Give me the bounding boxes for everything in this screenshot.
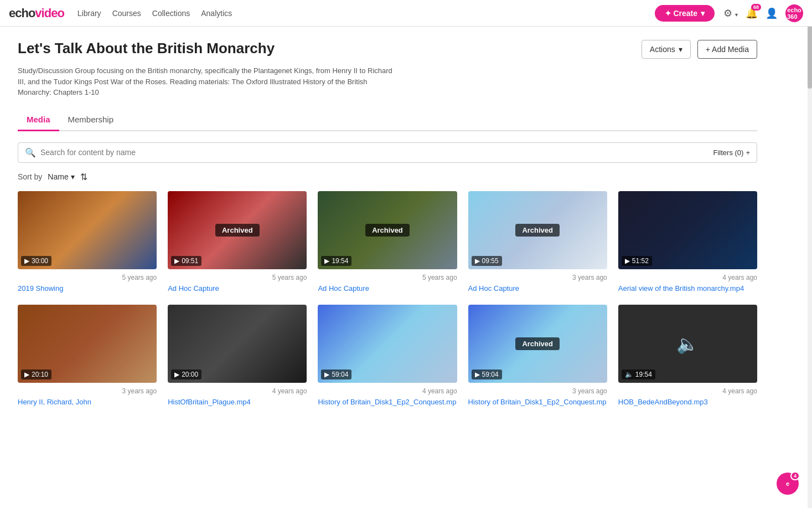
archived-badge: Archived <box>515 224 560 237</box>
media-thumbnail: ▶ 20:00 <box>168 305 307 383</box>
duration-badge: ▶ 59:04 <box>321 370 351 379</box>
notification-badge: 68 <box>751 4 761 11</box>
media-card[interactable]: Archived ▶ 19:54 5 years ago Ad Hoc Capt… <box>318 191 457 294</box>
app-logo[interactable]: echovideo <box>9 6 64 20</box>
nav-collections[interactable]: Collections <box>152 9 190 18</box>
play-icon: ▶ <box>625 257 630 265</box>
media-title[interactable]: Henry II, Richard, John <box>18 397 157 407</box>
duration-text: 19:54 <box>635 371 652 378</box>
duration-badge: ▶ 20:10 <box>21 370 51 379</box>
media-age: 5 years ago <box>168 274 307 281</box>
duration-badge: ▶ 20:00 <box>171 370 201 379</box>
media-card[interactable]: ▶ 59:04 4 years ago History of Britain_D… <box>318 305 457 407</box>
media-title[interactable]: History of Britain_Disk1_Ep2_Conquest.mp <box>468 397 607 407</box>
media-age: 4 years ago <box>618 274 757 281</box>
duration-badge: ▶ 51:52 <box>622 256 652 266</box>
nav-courses[interactable]: Courses <box>112 9 141 18</box>
media-card[interactable]: ▶ 20:10 3 years ago Henry II, Richard, J… <box>18 305 157 407</box>
media-age: 4 years ago <box>618 387 757 395</box>
media-age: 3 years ago <box>468 387 607 395</box>
media-card[interactable]: Archived ▶ 09:51 5 years ago Ad Hoc Capt… <box>168 191 307 294</box>
media-title[interactable]: Ad Hoc Capture <box>468 284 607 294</box>
media-age: 3 years ago <box>468 274 607 281</box>
duration-text: 59:04 <box>482 371 499 378</box>
archived-badge: Archived <box>515 337 560 350</box>
archived-badge: Archived <box>365 224 410 237</box>
archived-badge: Archived <box>215 224 260 237</box>
audio-icon: 🔈 <box>676 333 699 355</box>
media-title[interactable]: HOB_BedeAndBeyond.mp3 <box>618 397 757 407</box>
media-thumbnail: ▶ 59:04 <box>318 305 457 383</box>
media-age: 4 years ago <box>318 387 457 395</box>
user-profile-button[interactable]: 👤 <box>766 7 778 19</box>
scrollbar-track[interactable] <box>808 0 812 434</box>
duration-text: 30:00 <box>32 257 48 265</box>
search-input[interactable] <box>40 148 713 157</box>
media-card[interactable]: Archived ▶ 09:55 3 years ago Ad Hoc Capt… <box>468 191 607 294</box>
media-title[interactable]: Ad Hoc Capture <box>318 284 457 294</box>
media-thumbnail: Archived ▶ 59:04 <box>468 305 607 383</box>
media-thumbnail: Archived ▶ 09:55 <box>468 191 607 269</box>
play-icon: ▶ <box>324 371 329 378</box>
duration-badge: ▶ 09:51 <box>171 256 201 266</box>
page-header: Let's Talk About the British Monarchy Ac… <box>18 40 757 59</box>
search-icon: 🔍 <box>25 147 36 158</box>
duration-badge: ▶ 59:04 <box>472 370 502 379</box>
media-title[interactable]: History of Britain_Disk1_Ep2_Conquest.mp <box>318 397 457 407</box>
media-grid: ▶ 30:00 5 years ago 2019 Showing Archive… <box>18 191 757 408</box>
media-card[interactable]: ▶ 20:00 4 years ago HistOfBritain_Plague… <box>168 305 307 407</box>
nav-icons: ⚙ ▾ 🔔 68 👤 echo360 <box>723 4 803 22</box>
media-thumbnail: ▶ 20:10 <box>18 305 157 383</box>
play-icon: ▶ <box>174 371 179 378</box>
media-title[interactable]: Ad Hoc Capture <box>168 284 307 294</box>
page-description: Study/Discussion Group focusing on the B… <box>18 65 394 98</box>
duration-text: 59:04 <box>332 371 348 378</box>
media-thumbnail: ▶ 51:52 <box>618 191 757 269</box>
media-thumbnail: 🔈 🔈 19:54 <box>618 305 757 383</box>
media-card[interactable]: Archived ▶ 59:04 3 years ago History of … <box>468 305 607 407</box>
duration-text: 20:10 <box>32 371 48 378</box>
duration-badge: ▶ 19:54 <box>321 256 351 266</box>
page-title: Let's Talk About the British Monarchy <box>18 40 275 57</box>
media-age: 5 years ago <box>18 274 157 281</box>
nav-library[interactable]: Library <box>77 9 101 18</box>
nav-links: Library Courses Collections Analytics <box>77 9 655 18</box>
echo-360-logo[interactable]: echo360 <box>785 4 803 22</box>
media-thumbnail: Archived ▶ 09:51 <box>168 191 307 269</box>
sort-bar: Sort by Name ▾ ⇅ <box>18 172 757 182</box>
sort-order-icon[interactable]: ⇅ <box>80 172 87 182</box>
scrollbar-thumb[interactable] <box>808 22 812 89</box>
media-thumbnail: ▶ 30:00 <box>18 191 157 269</box>
settings-button[interactable]: ⚙ ▾ <box>723 7 738 19</box>
sort-dropdown[interactable]: Name ▾ <box>48 172 74 181</box>
play-icon: ▶ <box>324 257 329 265</box>
duration-text: 51:52 <box>632 257 649 265</box>
nav-analytics[interactable]: Analytics <box>201 9 232 18</box>
duration-badge: ▶ 30:00 <box>21 256 51 266</box>
notifications-button[interactable]: 🔔 68 <box>746 7 758 19</box>
actions-button[interactable]: Actions ▾ <box>642 40 691 59</box>
navbar: echovideo Library Courses Collections An… <box>0 0 812 27</box>
media-title[interactable]: HistOfBritain_Plague.mp4 <box>168 397 307 407</box>
media-title[interactable]: 2019 Showing <box>18 284 157 294</box>
media-age: 5 years ago <box>318 274 457 281</box>
media-title[interactable]: Aerial view of the British monarchy.mp4 <box>618 284 757 294</box>
tab-membership[interactable]: Membership <box>59 109 123 131</box>
create-button[interactable]: ✦ Create ▾ <box>655 5 715 22</box>
duration-text: 09:51 <box>182 257 198 265</box>
media-age: 4 years ago <box>168 387 307 395</box>
search-bar: 🔍 Filters (0) + <box>18 142 757 163</box>
duration-text: 20:00 <box>182 371 198 378</box>
play-icon: 🔈 <box>625 371 633 378</box>
duration-text: 19:54 <box>332 257 348 265</box>
tab-media[interactable]: Media <box>18 109 59 131</box>
play-icon: ▶ <box>174 257 179 265</box>
media-card[interactable]: ▶ 30:00 5 years ago 2019 Showing <box>18 191 157 294</box>
media-card[interactable]: 🔈 🔈 19:54 4 years ago HOB_BedeAndBeyond.… <box>618 305 757 407</box>
media-card[interactable]: ▶ 51:52 4 years ago Aerial view of the B… <box>618 191 757 294</box>
add-media-button[interactable]: + Add Media <box>697 40 757 59</box>
sort-label: Sort by <box>18 172 42 181</box>
filters-button[interactable]: Filters (0) + <box>713 148 750 157</box>
play-icon: ▶ <box>24 257 29 265</box>
play-icon: ▶ <box>475 371 480 378</box>
